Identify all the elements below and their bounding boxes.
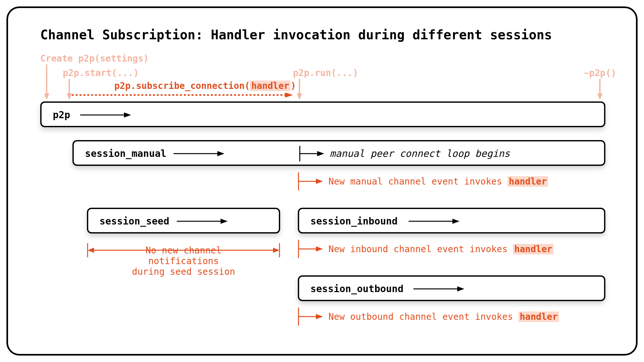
label-subscribe: p2p.subscribe_connection(handler)	[114, 81, 296, 91]
svg-marker-21	[221, 219, 228, 224]
svg-marker-3	[67, 93, 72, 100]
svg-marker-19	[316, 179, 323, 184]
diagram-frame: Channel Subscription: Handler invocation…	[6, 6, 638, 356]
annotation-manual-hl: handler	[507, 176, 548, 187]
arrow-inbound-event	[298, 240, 324, 259]
svg-marker-16	[317, 151, 324, 156]
arrow-manual-internal	[174, 150, 225, 157]
svg-marker-25	[88, 248, 94, 253]
box-inbound-label: session_inbound	[310, 215, 398, 227]
box-p2p-label: p2p	[53, 109, 70, 120]
manual-note: manual peer connect loop begins	[330, 148, 510, 159]
arrow-seed-internal	[177, 218, 228, 224]
annotation-manual-event: New manual channel event invokes handler	[328, 176, 548, 187]
svg-marker-28	[452, 219, 459, 224]
svg-marker-31	[316, 246, 323, 252]
box-session-manual: session_manual manual peer connect loop …	[72, 140, 605, 166]
annotation-outbound-event: New outbound channel event invokes handl…	[328, 311, 559, 322]
label-p2p-destruct: ~p2p()	[584, 68, 616, 78]
box-session-outbound: session_outbound	[298, 275, 605, 301]
annotation-inbound-hl: handler	[513, 244, 554, 254]
svg-marker-9	[285, 92, 293, 98]
svg-marker-33	[457, 286, 464, 291]
arrow-manual-note	[299, 146, 325, 161]
annotation-manual-pre: New manual channel event invokes	[328, 176, 507, 187]
svg-marker-13	[217, 151, 224, 156]
arrow-subscribe-dotted	[72, 92, 295, 98]
arrow-start-down	[66, 79, 72, 100]
box-seed-label: session_seed	[99, 215, 169, 227]
label-create-p2p: Create p2p(settings)	[40, 53, 149, 64]
box-p2p: p2p	[40, 101, 605, 127]
arrow-outbound-internal	[413, 286, 465, 292]
box-session-seed: session_seed	[87, 208, 280, 233]
annotation-inbound-pre: New inbound channel event invokes	[328, 244, 513, 254]
svg-marker-11	[124, 112, 131, 118]
annotation-seed: No new channel notifications during seed…	[109, 245, 258, 277]
annotation-inbound-event: New inbound channel event invokes handle…	[328, 244, 554, 254]
annotation-seed-l1: No new channel notifications	[109, 245, 258, 266]
arrow-run-down	[296, 79, 303, 100]
svg-marker-5	[297, 93, 302, 100]
arrow-destruct-down	[597, 79, 603, 100]
svg-marker-7	[597, 93, 602, 100]
svg-marker-26	[273, 248, 279, 253]
svg-marker-1	[44, 93, 49, 100]
label-subscribe-pre: p2p.subscribe_connection(	[114, 81, 250, 91]
annotation-outbound-pre: New outbound channel event invokes	[328, 311, 518, 322]
arrow-inbound-internal	[409, 218, 460, 224]
label-p2p-start: p2p.start(...)	[63, 68, 139, 78]
arrow-create-down	[43, 64, 50, 100]
box-outbound-label: session_outbound	[310, 283, 403, 294]
arrow-p2p-internal	[80, 112, 132, 118]
annotation-seed-l2: during seed session	[109, 266, 258, 277]
label-p2p-run: p2p.run(...)	[293, 68, 358, 78]
arrow-outbound-event	[298, 308, 324, 327]
arrow-manual-event	[298, 172, 324, 192]
label-subscribe-handler: handler	[250, 81, 290, 91]
box-session-inbound: session_inbound	[298, 208, 605, 233]
svg-marker-36	[316, 314, 323, 319]
diagram-title: Channel Subscription: Handler invocation…	[40, 27, 552, 42]
box-manual-label: session_manual	[85, 148, 166, 159]
annotation-outbound-hl: handler	[518, 311, 559, 322]
label-subscribe-post: )	[290, 81, 296, 91]
